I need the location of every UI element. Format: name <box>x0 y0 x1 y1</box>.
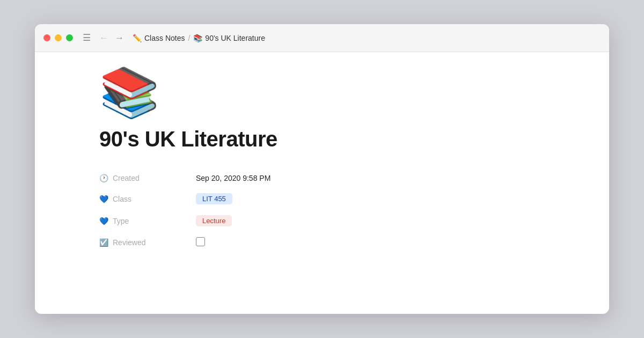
property-reviewed: ☑️ Reviewed <box>99 232 577 253</box>
breadcrumb-current[interactable]: 📚 90's UK Literature <box>193 34 265 42</box>
nav-arrows: ← → <box>97 32 126 43</box>
created-value[interactable]: Sep 20, 2020 9:58 PM <box>196 174 270 182</box>
class-label-group: 💙 Class <box>99 195 196 203</box>
class-notes-label[interactable]: Class Notes <box>144 34 185 42</box>
type-value[interactable]: Lecture <box>196 215 232 226</box>
class-label: Class <box>113 195 131 203</box>
breadcrumb: ✏️ Class Notes / 📚 90's UK Literature <box>133 34 265 42</box>
page-title: 90's UK Literature <box>99 127 577 151</box>
reviewed-checkbox[interactable] <box>196 237 205 246</box>
reviewed-label: Reviewed <box>113 238 145 247</box>
type-label-group: 💙 Type <box>99 217 196 225</box>
reviewed-label-group: ☑️ Reviewed <box>99 238 196 247</box>
heart-icon: 💙 <box>99 195 108 203</box>
type-label: Type <box>113 217 129 225</box>
property-type: 💙 Type Lecture <box>99 210 577 232</box>
current-page-icon: 📚 <box>193 34 202 42</box>
clock-icon: 🕐 <box>99 174 108 182</box>
hamburger-icon[interactable]: ☰ <box>83 32 91 43</box>
property-created: 🕐 Created Sep 20, 2020 9:58 PM <box>99 168 577 188</box>
properties-list: 🕐 Created Sep 20, 2020 9:58 PM 💙 Class L… <box>99 168 577 253</box>
created-label-group: 🕐 Created <box>99 174 196 182</box>
page-content: 📚 90's UK Literature 🕐 Created Sep 20, 2… <box>35 52 609 314</box>
traffic-lights <box>43 34 73 41</box>
type-tag[interactable]: Lecture <box>196 215 232 226</box>
created-label: Created <box>113 174 140 182</box>
page-icon: 📚 <box>99 68 577 116</box>
maximize-button[interactable] <box>66 34 73 41</box>
current-page-label: 90's UK Literature <box>205 34 265 42</box>
class-tag[interactable]: LIT 455 <box>196 193 232 204</box>
breadcrumb-root[interactable]: ✏️ Class Notes <box>133 34 185 42</box>
checkbox-label-icon: ☑️ <box>99 238 108 247</box>
property-class: 💙 Class LIT 455 <box>99 188 577 210</box>
forward-button[interactable]: → <box>113 32 126 43</box>
breadcrumb-separator: / <box>188 34 190 42</box>
close-button[interactable] <box>43 34 50 41</box>
titlebar: ☰ ← → ✏️ Class Notes / 📚 90's UK Literat… <box>35 24 609 52</box>
back-button[interactable]: ← <box>97 32 111 43</box>
class-notes-icon: ✏️ <box>133 34 142 42</box>
app-window: ☰ ← → ✏️ Class Notes / 📚 90's UK Literat… <box>35 24 609 314</box>
reviewed-value[interactable] <box>196 237 205 248</box>
type-heart-icon: 💙 <box>99 217 108 225</box>
class-value[interactable]: LIT 455 <box>196 193 232 204</box>
minimize-button[interactable] <box>55 34 62 41</box>
